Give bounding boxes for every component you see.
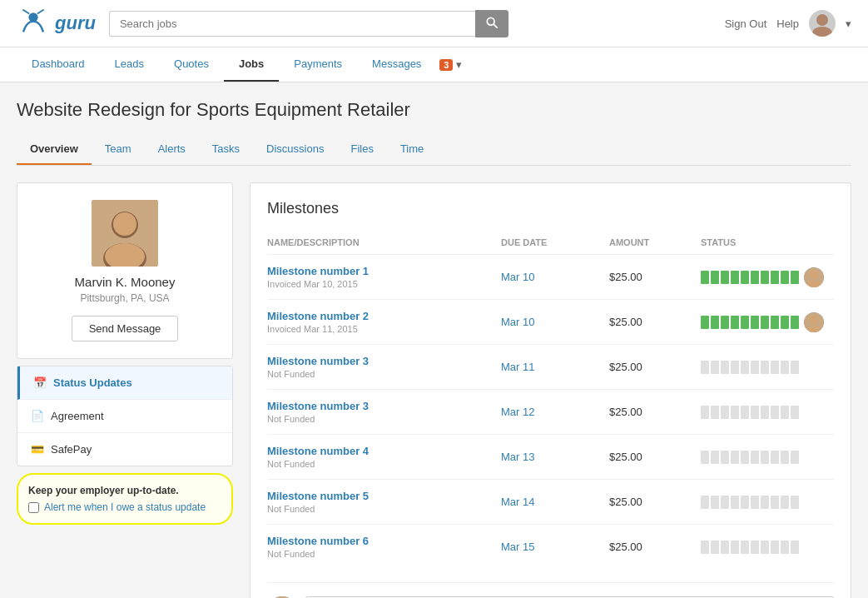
milestone-user-avatar xyxy=(804,312,824,332)
milestone-date: Mar 11 xyxy=(501,361,601,373)
notice-title: Keep your employer up-to-date. xyxy=(28,485,221,496)
milestone-name[interactable]: Milestone number 3 xyxy=(267,400,493,412)
tab-tasks[interactable]: Tasks xyxy=(199,134,253,165)
notice-checkbox-label[interactable]: Alert me when I owe a status update xyxy=(28,501,221,513)
nav-item-jobs[interactable]: Jobs xyxy=(224,47,279,82)
svg-point-16 xyxy=(810,316,818,324)
tab-discussions[interactable]: Discussions xyxy=(253,134,337,165)
sidebar-item-status-label: Status Updates xyxy=(53,376,132,389)
card-icon: 💳 xyxy=(31,443,44,456)
progress-segment xyxy=(771,496,779,509)
milestone-name[interactable]: Milestone number 1 xyxy=(267,265,493,277)
progress-segment xyxy=(721,451,729,464)
milestone-user-avatar xyxy=(804,267,824,287)
nav-item-quotes[interactable]: Quotes xyxy=(159,47,224,82)
milestone-name[interactable]: Milestone number 5 xyxy=(267,490,493,502)
progress-segment xyxy=(751,451,759,464)
progress-segment xyxy=(731,451,739,464)
nav-item-payments[interactable]: Payments xyxy=(279,47,357,82)
progress-bar xyxy=(701,496,799,509)
progress-segment xyxy=(711,451,719,464)
nav-item-messages[interactable]: Messages xyxy=(357,47,436,82)
tab-team[interactable]: Team xyxy=(92,134,145,165)
user-dropdown-icon[interactable]: ▾ xyxy=(846,17,851,30)
milestone-name[interactable]: Milestone number 6 xyxy=(267,535,493,547)
milestone-amount: $25.00 xyxy=(609,496,692,508)
progress-bar xyxy=(701,541,799,554)
progress-segment xyxy=(771,271,779,284)
sign-out-link[interactable]: Sign Out xyxy=(725,17,767,30)
milestone-date: Mar 10 xyxy=(501,271,601,283)
svg-point-13 xyxy=(810,271,818,279)
profile-avatar-svg xyxy=(92,200,158,267)
progress-segment xyxy=(711,406,719,419)
page-title: Website Redesign for Sports Equipment Re… xyxy=(17,99,851,121)
progress-segment xyxy=(761,271,769,284)
tab-files[interactable]: Files xyxy=(337,134,386,165)
svg-point-5 xyxy=(816,14,828,26)
progress-segment xyxy=(741,496,749,509)
profile-image xyxy=(92,200,158,267)
messages-badge: 3 xyxy=(439,59,453,71)
sidebar-item-agreement[interactable]: 📄 Agreement xyxy=(17,400,232,433)
progress-segment xyxy=(771,361,779,374)
table-row: Milestone number 5Not FundedMar 14$25.00 xyxy=(267,480,834,525)
sidebar-item-safepay[interactable]: 💳 SafePay xyxy=(17,433,232,466)
progress-segment xyxy=(701,541,709,554)
milestone-name-cell: Milestone number 6Not Funded xyxy=(267,535,493,559)
milestone-amount: $25.00 xyxy=(609,271,692,283)
progress-segment xyxy=(701,496,709,509)
page-content: Website Redesign for Sports Equipment Re… xyxy=(0,82,868,598)
user-avatar[interactable] xyxy=(809,10,836,37)
progress-segment xyxy=(771,316,779,329)
progress-segment xyxy=(751,496,759,509)
milestone-name[interactable]: Milestone number 2 xyxy=(267,310,493,322)
help-link[interactable]: Help xyxy=(776,17,799,30)
progress-segment xyxy=(781,496,789,509)
table-row: Milestone number 1Invoiced Mar 10, 2015M… xyxy=(267,255,834,300)
nav-item-dashboard[interactable]: Dashboard xyxy=(17,47,100,82)
col-due-date: DUE DATE xyxy=(501,237,601,247)
milestone-name[interactable]: Milestone number 4 xyxy=(267,445,493,457)
notice-checkbox[interactable] xyxy=(28,502,39,513)
search-input[interactable] xyxy=(109,11,475,37)
progress-segment xyxy=(721,316,729,329)
milestone-name-cell: Milestone number 1Invoiced Mar 10, 2015 xyxy=(267,265,493,289)
progress-segment xyxy=(781,361,789,374)
calendar-icon: 📅 xyxy=(33,376,47,389)
nav-dropdown-icon[interactable]: ▾ xyxy=(453,48,465,81)
sidebar-item-agreement-label: Agreement xyxy=(51,410,104,422)
send-message-button[interactable]: Send Message xyxy=(72,316,179,341)
nav: Dashboard Leads Quotes Jobs Payments Mes… xyxy=(0,47,868,82)
milestone-date: Mar 12 xyxy=(501,406,601,418)
progress-segment xyxy=(731,541,739,554)
nav-item-leads[interactable]: Leads xyxy=(100,47,159,82)
svg-line-4 xyxy=(494,24,497,27)
document-icon: 📄 xyxy=(31,410,44,422)
sidebar-item-status-updates[interactable]: 📅 Status Updates xyxy=(17,366,232,400)
milestone-sub: Not Funded xyxy=(267,414,493,424)
progress-bar xyxy=(701,271,799,284)
tab-alerts[interactable]: Alerts xyxy=(145,134,199,165)
header-right: Sign Out Help ▾ xyxy=(725,10,851,37)
svg-point-10 xyxy=(113,212,136,236)
progress-segment xyxy=(741,316,749,329)
milestone-name[interactable]: Milestone number 3 xyxy=(267,355,493,367)
milestone-amount: $25.00 xyxy=(609,316,692,328)
tab-overview[interactable]: Overview xyxy=(17,134,92,165)
progress-segment xyxy=(741,541,749,554)
col-amount: AMOUNT xyxy=(609,237,692,247)
table-row: Milestone number 4Not FundedMar 13$25.00 xyxy=(267,435,834,480)
milestone-status xyxy=(701,451,834,464)
milestone-status xyxy=(701,361,834,374)
progress-bar xyxy=(701,406,799,419)
progress-segment xyxy=(721,361,729,374)
milestone-amount: $25.00 xyxy=(609,541,692,553)
search-button[interactable] xyxy=(475,10,508,37)
progress-segment xyxy=(711,316,719,329)
tab-time[interactable]: Time xyxy=(387,134,437,165)
profile-location: Pittsburgh, PA, USA xyxy=(34,292,216,304)
milestones-section: Milestones NAME/DESCRIPTION DUE DATE AMO… xyxy=(250,182,851,598)
milestone-date: Mar 10 xyxy=(501,316,601,328)
table-row: Milestone number 2Invoiced Mar 11, 2015M… xyxy=(267,300,834,345)
